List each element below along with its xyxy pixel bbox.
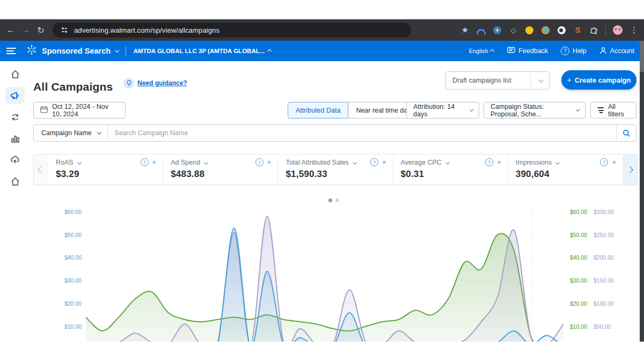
performance-chart[interactable] bbox=[86, 206, 564, 342]
need-guidance-label: Need guidance? bbox=[137, 79, 187, 87]
main-content: All Campaigns Need guidance? Draft campa… bbox=[30, 61, 644, 362]
extension-teal-icon[interactable]: + bbox=[493, 26, 501, 34]
kpi-info-icon[interactable]: ? bbox=[255, 158, 264, 166]
chevron-down-icon bbox=[576, 108, 580, 112]
extension-ring-icon[interactable] bbox=[541, 26, 550, 35]
draft-campaigns-label: Draft campaigns list bbox=[446, 77, 530, 84]
attribution-label: Attribution: 14 days bbox=[413, 103, 465, 118]
chevron-up-icon bbox=[268, 50, 272, 54]
extension-flower-icon[interactable] bbox=[525, 26, 534, 35]
kpi-card-average-cpc: Average CPC ? × $0.31 bbox=[393, 154, 508, 184]
advertiser-account-selector[interactable]: AMTDA GLOBAL LLC 3P (AMTDA GLOBAL... bbox=[134, 48, 272, 54]
language-label: English bbox=[469, 48, 488, 54]
help-label: Help bbox=[573, 47, 587, 55]
kpi-card-ad-spend: Ad Spend ? × $483.88 bbox=[163, 154, 277, 184]
search-input[interactable] bbox=[108, 129, 616, 137]
reload-icon[interactable]: ↻ bbox=[33, 25, 48, 35]
hamburger-menu-icon[interactable] bbox=[6, 46, 16, 56]
address-bar[interactable]: advertising.walmart.com/sp/view/allcampa… bbox=[53, 23, 411, 38]
browser-menu-icon[interactable]: ⋮ bbox=[630, 26, 639, 35]
extension-eye-icon[interactable] bbox=[557, 26, 566, 35]
kpi-strip: RoAS ? × $3.29 Ad Spend ? × $483.88 Tota… bbox=[33, 154, 638, 185]
chevron-down-icon bbox=[115, 48, 119, 53]
pager-dot[interactable] bbox=[335, 198, 339, 202]
sidebar-item-brand-home[interactable] bbox=[5, 173, 25, 190]
kpi-close-icon[interactable]: × bbox=[382, 159, 386, 166]
kpi-value: $3.29 bbox=[56, 169, 156, 180]
campaign-status-dropdown[interactable]: Campaign Status: Proposal, Sche... bbox=[484, 102, 586, 119]
extension-diamond-icon[interactable]: ◇ bbox=[509, 26, 518, 35]
site-info-icon[interactable] bbox=[60, 26, 69, 34]
product-name: Sponsored Search bbox=[42, 47, 111, 55]
kpi-pager-dots bbox=[328, 198, 339, 202]
feedback-label: Feedback bbox=[518, 47, 548, 55]
attributed-data-tab[interactable]: Attributed Data bbox=[288, 102, 348, 119]
kpi-close-icon[interactable]: × bbox=[152, 159, 157, 166]
need-guidance-link[interactable]: Need guidance? bbox=[123, 78, 187, 88]
sidebar-item-uploads[interactable] bbox=[5, 151, 25, 168]
extensions-puzzle-icon[interactable] bbox=[589, 26, 598, 35]
sidebar-item-reports[interactable] bbox=[5, 130, 25, 147]
axis-tick-label: $250.00 bbox=[594, 232, 614, 238]
axis-tick-label: $40.00 bbox=[64, 254, 82, 261]
language-selector[interactable]: English bbox=[469, 48, 495, 54]
all-filters-button[interactable]: All filters bbox=[590, 102, 636, 119]
kpi-close-icon[interactable]: × bbox=[612, 159, 616, 166]
kpi-label[interactable]: Impressions bbox=[516, 159, 552, 166]
plus-icon: + bbox=[567, 76, 572, 84]
letterbox-top bbox=[0, 0, 644, 19]
feedback-button[interactable]: Feedback bbox=[507, 47, 548, 56]
help-button[interactable]: ? Help bbox=[561, 47, 587, 55]
axis-tick-label: $150.00 bbox=[594, 277, 614, 284]
page-scrollbar[interactable] bbox=[640, 41, 644, 342]
forward-icon[interactable]: → bbox=[18, 25, 33, 35]
sidebar-item-campaigns[interactable] bbox=[5, 87, 25, 104]
feedback-icon bbox=[507, 47, 515, 56]
kpi-label[interactable]: Total Attributed Sales bbox=[286, 159, 348, 166]
kpi-info-icon[interactable]: ? bbox=[600, 158, 608, 166]
extension-arc-icon[interactable] bbox=[477, 26, 486, 35]
page-title: All Campaigns bbox=[33, 80, 113, 93]
walmart-spark-icon bbox=[26, 44, 38, 58]
kpi-label[interactable]: Ad Spend bbox=[171, 159, 200, 166]
left-sidebar bbox=[0, 61, 31, 362]
account-button[interactable]: Account bbox=[599, 47, 634, 56]
campaign-status-label: Campaign Status: Proposal, Sche... bbox=[491, 103, 572, 118]
attribution-dropdown[interactable]: Attribution: 14 days bbox=[406, 102, 479, 119]
sidebar-item-home[interactable] bbox=[5, 65, 25, 83]
browser-profile-avatar[interactable] bbox=[613, 25, 623, 35]
kpi-info-icon[interactable]: ? bbox=[141, 158, 149, 166]
kpi-label[interactable]: Average CPC bbox=[401, 159, 442, 166]
chevron-down-icon[interactable] bbox=[555, 160, 560, 164]
kpi-label[interactable]: RoAS bbox=[56, 159, 74, 166]
bookmark-star-icon[interactable]: ★ bbox=[460, 26, 470, 35]
kpi-close-icon[interactable]: × bbox=[497, 159, 501, 166]
filter-icon bbox=[597, 106, 604, 115]
create-campaign-button[interactable]: + Create campaign bbox=[561, 70, 636, 90]
chevron-down-icon[interactable] bbox=[204, 160, 208, 164]
chevron-down-icon[interactable] bbox=[77, 160, 82, 164]
pager-dot-active[interactable] bbox=[328, 198, 332, 202]
product-switcher[interactable]: Sponsored Search bbox=[42, 47, 118, 55]
sidebar-item-automation[interactable] bbox=[5, 108, 25, 125]
axis-tick-label: $30.00 bbox=[64, 277, 82, 284]
kpi-close-icon[interactable]: × bbox=[267, 159, 272, 166]
url-text: advertising.walmart.com/sp/view/allcampa… bbox=[74, 26, 219, 34]
chevron-down-icon[interactable] bbox=[353, 160, 357, 164]
chevron-down-icon[interactable] bbox=[445, 160, 450, 164]
kpi-value: 390,604 bbox=[516, 169, 616, 180]
kpi-prev-arrow[interactable] bbox=[34, 154, 48, 184]
extension-s-icon[interactable]: S bbox=[573, 26, 582, 35]
kpi-value: $0.31 bbox=[401, 169, 501, 180]
kpi-card-impressions: Impressions ? × 390,604 bbox=[508, 154, 623, 184]
date-range-button[interactable]: Oct 12, 2024 - Nov 10, 2024 bbox=[33, 102, 126, 119]
scrollbar-thumb[interactable] bbox=[640, 41, 644, 72]
draft-campaigns-dropdown[interactable]: Draft campaigns list bbox=[445, 71, 550, 90]
kpi-next-arrow[interactable] bbox=[623, 154, 637, 184]
axis-tick-label: $50.00 bbox=[64, 232, 82, 238]
search-field-selector[interactable]: Campaign Name bbox=[34, 125, 108, 141]
search-button[interactable] bbox=[616, 125, 636, 141]
back-icon[interactable]: ← bbox=[3, 25, 18, 35]
kpi-info-icon[interactable]: ? bbox=[485, 158, 493, 166]
kpi-info-icon[interactable]: ? bbox=[370, 158, 378, 166]
